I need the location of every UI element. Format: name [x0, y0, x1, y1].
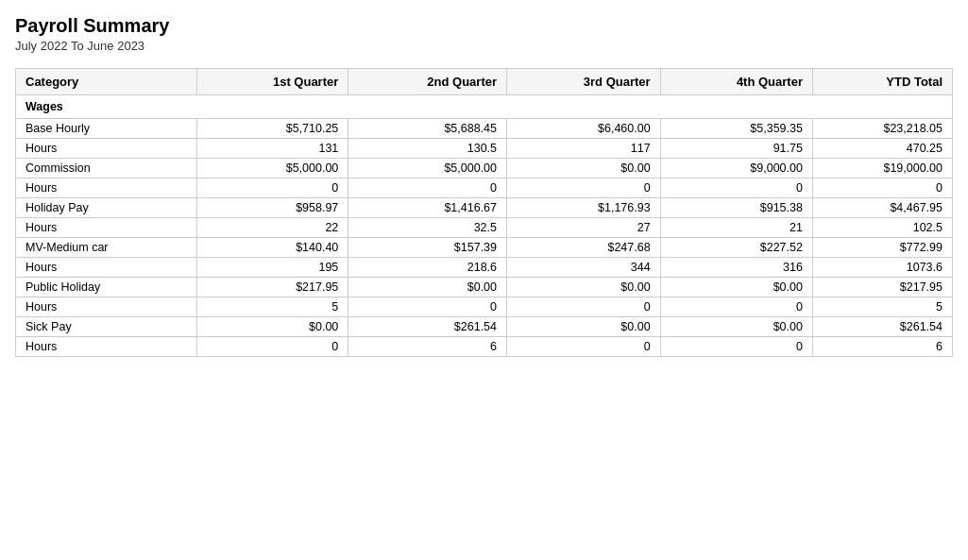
cell-ytd: 1073.6	[812, 258, 952, 278]
cell-q1: 5	[197, 297, 348, 317]
cell-ytd: 102.5	[812, 218, 952, 238]
cell-label: MV-Medium car	[16, 238, 197, 258]
cell-q1: $5,000.00	[197, 159, 348, 178]
cell-q1: $0.00	[197, 317, 348, 337]
table-row: Hours06006	[16, 337, 953, 357]
section-title-0: Wages	[16, 95, 953, 119]
cell-label: Hours	[16, 337, 197, 357]
header-q3: 3rd Quarter	[507, 69, 661, 95]
cell-label: Hours	[16, 297, 197, 317]
cell-q4: 0	[660, 337, 812, 357]
table-row: Hours50005	[16, 297, 953, 317]
cell-ytd: $4,467.95	[812, 198, 952, 218]
cell-q4: $5,359.35	[660, 119, 812, 139]
cell-q2: $1,416.67	[348, 198, 507, 218]
cell-q4: 0	[660, 178, 812, 198]
cell-q3: $0.00	[507, 159, 661, 178]
cell-q4: $227.52	[660, 238, 812, 258]
cell-ytd: $261.54	[812, 317, 952, 337]
cell-q3: $6,460.00	[507, 119, 661, 139]
table-row: MV-Medium car$140.40$157.39$247.68$227.5…	[16, 238, 953, 258]
report-subtitle: July 2022 To June 2023	[15, 39, 953, 53]
cell-label: Hours	[16, 218, 197, 238]
table-row: Base Hourly$5,710.25$5,688.45$6,460.00$5…	[16, 119, 953, 139]
cell-q3: $247.68	[507, 238, 661, 258]
cell-q2: $5,000.00	[348, 159, 507, 178]
cell-ytd: $23,218.05	[812, 119, 952, 139]
cell-q2: 32.5	[348, 218, 507, 238]
header-q1: 1st Quarter	[197, 69, 348, 95]
cell-q2: 0	[348, 178, 507, 198]
cell-q2: 218.6	[348, 258, 507, 278]
cell-q4: $0.00	[660, 317, 812, 337]
table-row: Hours00000	[16, 178, 953, 198]
cell-q2: 130.5	[348, 139, 507, 159]
header-ytd: YTD Total	[812, 69, 952, 95]
cell-q1: 0	[197, 178, 348, 198]
report-title: Payroll Summary	[15, 15, 953, 37]
table-row: Holiday Pay$958.97$1,416.67$1,176.93$915…	[16, 198, 953, 218]
cell-ytd: $772.99	[812, 238, 952, 258]
cell-q1: $217.95	[197, 278, 348, 297]
cell-label: Base Hourly	[16, 119, 197, 139]
cell-q3: $0.00	[507, 278, 661, 297]
cell-q4: 316	[660, 258, 812, 278]
cell-q1: 0	[197, 337, 348, 357]
section-header-0: Wages	[16, 95, 953, 119]
cell-q2: 6	[348, 337, 507, 357]
cell-q1: $140.40	[197, 238, 348, 258]
cell-q2: $261.54	[348, 317, 507, 337]
cell-q4: $0.00	[660, 278, 812, 297]
table-header-row: Category 1st Quarter 2nd Quarter 3rd Qua…	[16, 69, 953, 95]
cell-ytd: 5	[812, 297, 952, 317]
cell-q3: 27	[507, 218, 661, 238]
cell-ytd: $19,000.00	[812, 159, 952, 178]
cell-label: Hours	[16, 139, 197, 159]
cell-q3: 0	[507, 297, 661, 317]
cell-q3: $1,176.93	[507, 198, 661, 218]
cell-q1: $958.97	[197, 198, 348, 218]
cell-label: Hours	[16, 178, 197, 198]
header-category: Category	[16, 69, 197, 95]
cell-q2: $157.39	[348, 238, 507, 258]
header-q4: 4th Quarter	[660, 69, 812, 95]
table-row: Hours2232.52721102.5	[16, 218, 953, 238]
cell-q3: 0	[507, 337, 661, 357]
cell-label: Holiday Pay	[16, 198, 197, 218]
table-row: Hours195218.63443161073.6	[16, 258, 953, 278]
cell-q1: $5,710.25	[197, 119, 348, 139]
table-row: Public Holiday$217.95$0.00$0.00$0.00$217…	[16, 278, 953, 297]
cell-q1: 195	[197, 258, 348, 278]
cell-label: Commission	[16, 159, 197, 178]
cell-ytd: 6	[812, 337, 952, 357]
header-q2: 2nd Quarter	[348, 69, 507, 95]
cell-q4: 21	[660, 218, 812, 238]
cell-q1: 22	[197, 218, 348, 238]
cell-q2: $0.00	[348, 278, 507, 297]
table-row: Hours131130.511791.75470.25	[16, 139, 953, 159]
cell-label: Public Holiday	[16, 278, 197, 297]
cell-q1: 131	[197, 139, 348, 159]
cell-q4: $9,000.00	[660, 159, 812, 178]
cell-q3: 117	[507, 139, 661, 159]
payroll-table: Category 1st Quarter 2nd Quarter 3rd Qua…	[15, 68, 953, 357]
cell-q3: $0.00	[507, 317, 661, 337]
cell-ytd: $217.95	[812, 278, 952, 297]
cell-q4: $915.38	[660, 198, 812, 218]
table-row: Commission$5,000.00$5,000.00$0.00$9,000.…	[16, 159, 953, 178]
cell-ytd: 470.25	[812, 139, 952, 159]
cell-q2: 0	[348, 297, 507, 317]
cell-label: Sick Pay	[16, 317, 197, 337]
cell-label: Hours	[16, 258, 197, 278]
cell-q2: $5,688.45	[348, 119, 507, 139]
cell-q3: 0	[507, 178, 661, 198]
cell-q3: 344	[507, 258, 661, 278]
cell-q4: 91.75	[660, 139, 812, 159]
table-row: Sick Pay$0.00$261.54$0.00$0.00$261.54	[16, 317, 953, 337]
cell-ytd: 0	[812, 178, 952, 198]
cell-q4: 0	[660, 297, 812, 317]
